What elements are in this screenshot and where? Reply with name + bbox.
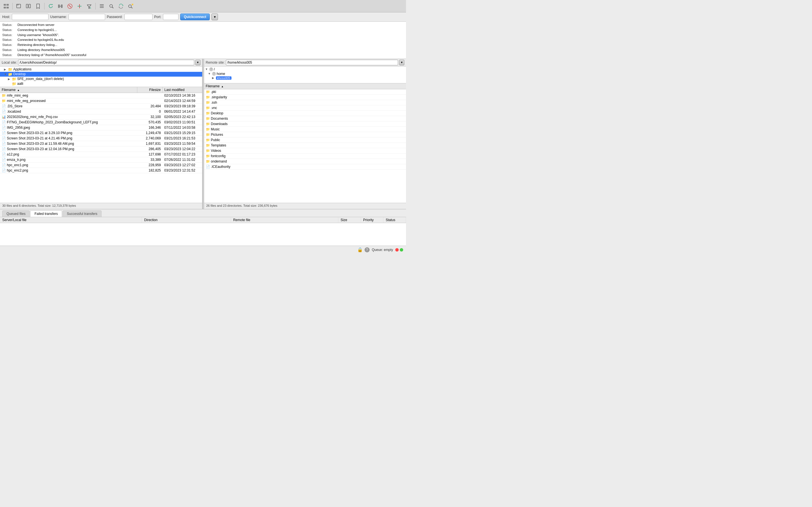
transfer-tab-1[interactable]: Failed transfers [30, 210, 62, 217]
file-modified-cell: 03/23/2023 11:59:54 [163, 141, 202, 146]
port-input[interactable] [163, 14, 179, 20]
local-col-filesize[interactable]: Filesize [137, 87, 163, 93]
find-files-icon[interactable] [126, 2, 135, 10]
table-row[interactable]: 📄 FITNG_DevEEGWrkshp_2023_ZoomBackground… [0, 119, 202, 125]
open-tab-icon[interactable] [15, 2, 23, 10]
status-value: Directory listing of "/home/khoss005" su… [17, 53, 86, 58]
table-row[interactable]: 📁 Desktop [204, 110, 406, 116]
svg-rect-10 [61, 4, 63, 8]
local-tree: ▶ 📁 Applications ▼ 📁 Desktop ▶ 📁 SFE_zoo… [0, 66, 202, 87]
transfer-col[interactable]: Priority [361, 217, 384, 223]
table-row[interactable]: 📁 ondemand [204, 159, 406, 164]
transfer-tab-2[interactable]: Successful transfers [63, 210, 101, 217]
cancel-icon[interactable] [66, 2, 74, 10]
table-row[interactable]: 📁 Downloads [204, 121, 406, 126]
tree-item-applications[interactable]: ▶ 📁 Applications [0, 67, 202, 72]
table-row[interactable]: 📁 Public [204, 137, 406, 143]
transfer-col[interactable]: Remote file [231, 217, 338, 223]
table-row[interactable]: 📁 .singularity [204, 94, 406, 100]
table-row[interactable]: 📁 fontconfig [204, 153, 406, 159]
transfer-col[interactable]: Status [384, 217, 406, 223]
remote-path-dropdown[interactable]: ▼ [399, 60, 404, 65]
table-row[interactable]: 📄 Screen Shot 2023-03-23 at 11.59.48 AM.… [0, 141, 202, 146]
password-input[interactable] [124, 14, 153, 20]
username-input[interactable] [68, 14, 105, 20]
table-row[interactable]: 📁 .vnc [204, 105, 406, 110]
table-row[interactable]: 📁 Documents [204, 116, 406, 121]
local-path-input[interactable] [18, 60, 194, 65]
transfer-area: Queued filesFailed transfersSuccessful t… [0, 209, 406, 245]
file-name-cell: 📁 .ssh [204, 100, 406, 105]
sync-browse-icon[interactable] [117, 2, 125, 10]
question-icon-home: ? [212, 72, 216, 76]
file-icon: 📁 [2, 99, 6, 103]
transfer-tab-0[interactable]: Queued files [2, 210, 30, 217]
file-name: emza_tr.png [7, 158, 26, 162]
file-name-cell: 📄 Screen Shot 2023-03-23 at 12.04.16 PM.… [0, 146, 137, 152]
stop-queue-icon[interactable] [75, 2, 84, 10]
file-icon: 📄 [2, 120, 6, 124]
remote-file-table-container[interactable]: Filename ▲ 📁 .pki 📁 .singularity 📁 .ssh [204, 83, 406, 203]
table-row[interactable]: 📁 mini_mfe_eeg_processed 02/14/2023 12:4… [0, 98, 202, 103]
table-row[interactable]: 📁 Templates [204, 143, 406, 148]
tree-item-root[interactable]: ▼ ? / [204, 67, 406, 71]
table-row[interactable]: 📄 hpc_enc1.png 228,959 03/23/2023 12:27:… [0, 162, 202, 168]
remote-col-filename[interactable]: Filename ▲ [204, 83, 406, 89]
table-row[interactable]: 📁 Pictures [204, 132, 406, 137]
table-row[interactable]: 📄 IMG_2956.jpeg 166,346 07/11/2022 14:03… [0, 125, 202, 130]
tree-item-desktop[interactable]: ▼ 📁 Desktop [0, 72, 202, 76]
table-row[interactable]: 📁 Music [204, 126, 406, 132]
svg-rect-17 [100, 6, 104, 6]
table-row[interactable]: 📄 .ICEauthority [204, 164, 406, 169]
table-row[interactable]: 📁 Videos [204, 148, 406, 153]
table-row[interactable]: 📁 .pki [204, 89, 406, 94]
table-row[interactable]: 📁 mfe_mini_eeg 02/10/2023 14:38:16 [0, 93, 202, 98]
password-label: Password: [107, 15, 123, 19]
table-row[interactable]: 📊 20230202long_mini_mfe_Proj.csv 32,100 … [0, 114, 202, 119]
tree-expand-applications: ▶ [4, 68, 8, 71]
transfer-col[interactable]: Server/Local file [0, 217, 142, 223]
remote-path-input[interactable] [226, 60, 398, 65]
split-view-icon[interactable] [24, 2, 33, 10]
table-row[interactable]: 📁 .ssh [204, 100, 406, 105]
tree-expand-aalli [8, 82, 12, 86]
status-line: Status:Retrieving directory listing... [2, 43, 404, 48]
directory-comparison-icon[interactable] [56, 2, 64, 10]
local-col-filename[interactable]: Filename ▲ [0, 87, 137, 93]
remote-panel-header: Remote site: ▼ [204, 59, 406, 66]
table-row[interactable]: 📄 .localized 0 06/01/2022 14:14:47 [0, 109, 202, 114]
table-row[interactable]: 📄 hpc_enc2.png 182,825 03/23/2023 12:31:… [0, 168, 202, 173]
local-col-modified[interactable]: Last modified [163, 87, 202, 93]
refresh-icon[interactable] [47, 2, 55, 10]
quickconnect-dropdown-button[interactable]: ▼ [211, 13, 218, 20]
bookmarks-icon[interactable] [34, 2, 42, 10]
tree-item-aalli[interactable]: 📁 aalli [0, 81, 202, 86]
tree-item-home[interactable]: ▼ ? home [204, 71, 406, 76]
file-modified-cell: 06/01/2022 14:14:47 [163, 109, 202, 114]
tree-item-khoss005[interactable]: ▶ khoss005 [204, 76, 406, 80]
filter-icon[interactable] [85, 2, 93, 10]
tree-item-sfe-zoom[interactable]: ▶ 📁 SFE_zoom_data_(don't delete) [0, 76, 202, 81]
transfer-col[interactable]: Direction [142, 217, 231, 223]
host-input[interactable] [12, 14, 49, 20]
transfer-col[interactable]: Size [338, 217, 361, 223]
table-row[interactable]: 📄 Screen Shot 2023-03-21 at 4.21.46 PM.p… [0, 135, 202, 141]
port-label: Port: [154, 15, 161, 19]
local-path-dropdown[interactable]: ▼ [195, 60, 200, 65]
table-row[interactable]: 📄 emza_tr.png 33,389 07/26/2022 11:31:02 [0, 157, 202, 162]
file-modified-cell: 02/05/2023 22:42:13 [163, 114, 202, 119]
site-manager-icon[interactable] [2, 2, 10, 10]
table-row[interactable]: 📄 a12.png 127,698 07/17/2022 01:17:23 [0, 152, 202, 157]
local-file-table-container[interactable]: Filename ▲ Filesize Last modified 📁 mfe_… [0, 87, 202, 203]
svg-line-20 [112, 7, 113, 8]
table-row[interactable]: 📄 Screen Shot 2023-03-23 at 12.04.16 PM.… [0, 146, 202, 152]
svg-point-25 [132, 4, 133, 5]
help-icon[interactable]: ? [364, 247, 370, 252]
svg-rect-7 [29, 4, 31, 8]
quickconnect-button[interactable]: Quickconnect [180, 13, 210, 20]
search-remote-icon[interactable] [107, 2, 115, 10]
table-row[interactable]: 📄 Screen Shot 2023-03-21 at 3.29.10 PM.p… [0, 130, 202, 135]
tree-label-desktop: Desktop [13, 72, 26, 76]
queue-manager-icon[interactable] [98, 2, 106, 10]
table-row[interactable]: 📄 .DS_Store 20,484 03/23/2023 09:18:39 [0, 103, 202, 109]
